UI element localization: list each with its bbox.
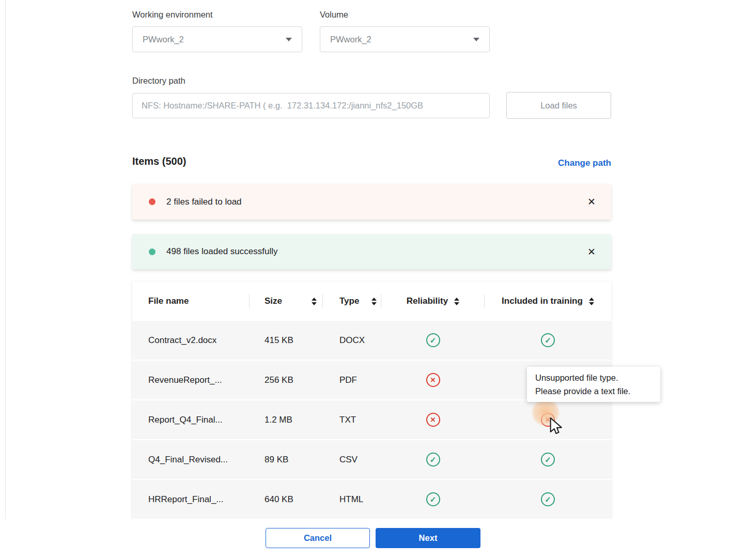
type-cell: PDF xyxy=(323,361,381,399)
working-environment-label: Working environment xyxy=(132,10,213,20)
tooltip-line: Unsupported file type. xyxy=(535,371,652,384)
type-cell: HTML xyxy=(323,480,381,519)
table-row: Q4_Final_Revised... 89 KB CSV xyxy=(132,440,611,479)
column-label: Reliability xyxy=(407,296,448,306)
file-loader-page: Working environment Volume PWwork_2 PWwo… xyxy=(0,0,730,560)
close-icon[interactable]: ✕ xyxy=(585,195,598,209)
volume-value: PWwork_2 xyxy=(330,35,371,44)
success-banner: 498 files loaded successfully ✕ xyxy=(132,234,611,269)
x-circle-icon xyxy=(426,373,440,387)
size-cell: 415 KB xyxy=(250,321,323,360)
next-button[interactable]: Next xyxy=(376,528,480,548)
reliability-cell xyxy=(381,400,485,439)
column-header-file-name: File name xyxy=(132,282,250,321)
column-label: File name xyxy=(148,296,189,306)
sort-icon[interactable] xyxy=(454,298,459,305)
file-name-cell: Contract_v2.docx xyxy=(132,321,250,360)
included-cell xyxy=(485,480,611,519)
cancel-button[interactable]: Cancel xyxy=(266,528,370,548)
directory-path-input[interactable] xyxy=(132,93,490,118)
close-icon[interactable]: ✕ xyxy=(585,245,598,259)
success-dot-icon xyxy=(149,248,156,255)
check-circle-icon xyxy=(426,453,440,466)
file-name-cell: Report_Q4_Final... xyxy=(132,400,250,439)
column-label: Size xyxy=(265,296,282,306)
sort-icon[interactable] xyxy=(589,298,594,305)
sort-icon[interactable] xyxy=(312,298,317,305)
included-cell xyxy=(485,400,611,439)
directory-path-label: Directory path xyxy=(132,76,185,86)
column-label: Type xyxy=(339,296,359,306)
column-header-size[interactable]: Size xyxy=(250,282,323,321)
check-circle-icon xyxy=(426,492,440,506)
error-banner: 2 files failed to load ✕ xyxy=(132,184,611,220)
reliability-cell xyxy=(381,321,485,360)
file-name-cell: HRReport_Final_... xyxy=(132,480,250,519)
included-cell xyxy=(485,440,611,479)
working-environment-select[interactable]: PWwork_2 xyxy=(132,26,302,52)
working-environment-value: PWwork_2 xyxy=(143,35,184,44)
column-header-included-in-training[interactable]: Included in training xyxy=(485,282,611,321)
error-banner-text: 2 files failed to load xyxy=(166,197,585,207)
reliability-cell xyxy=(381,440,485,479)
check-circle-icon[interactable] xyxy=(541,453,555,466)
tooltip: Unsupported file type. Please provide a … xyxy=(527,367,660,402)
chevron-down-icon xyxy=(473,38,479,41)
check-circle-icon xyxy=(426,333,440,347)
items-count-title: Items (500) xyxy=(132,155,187,167)
included-cell xyxy=(485,321,611,360)
volume-select[interactable]: PWwork_2 xyxy=(320,26,490,52)
change-path-link[interactable]: Change path xyxy=(558,158,611,168)
size-cell: 640 KB xyxy=(250,480,323,519)
type-cell: CSV xyxy=(323,440,381,479)
reliability-cell xyxy=(381,480,485,519)
error-dot-icon xyxy=(149,198,156,205)
column-label: Included in training xyxy=(502,296,583,306)
column-header-type[interactable]: Type xyxy=(323,282,381,321)
size-cell: 256 KB xyxy=(250,361,323,399)
sort-icon[interactable] xyxy=(371,298,377,305)
type-cell: DOCX xyxy=(323,321,381,360)
table-row: Contract_v2.docx 415 KB DOCX xyxy=(132,321,611,360)
reliability-cell xyxy=(381,361,485,399)
load-files-button[interactable]: Load files xyxy=(506,92,611,119)
file-name-cell: Q4_Final_Revised... xyxy=(132,440,250,479)
table-row: Report_Q4_Final... 1.2 MB TXT xyxy=(132,400,611,439)
check-circle-icon[interactable] xyxy=(541,333,555,347)
table-header: File name Size Type Reliability Included… xyxy=(132,282,611,321)
file-name-cell: RevenueReport_... xyxy=(132,361,250,399)
column-header-reliability[interactable]: Reliability xyxy=(381,282,485,321)
panel-left-border xyxy=(5,0,6,519)
table-row: HRReport_Final_... 640 KB HTML xyxy=(132,480,611,519)
tooltip-line: Please provide a text file. xyxy=(535,384,652,398)
x-circle-icon xyxy=(426,413,440,427)
size-cell: 1.2 MB xyxy=(250,400,323,439)
type-cell: TXT xyxy=(323,400,381,439)
footer-bar: Cancel Next xyxy=(0,519,730,560)
success-banner-text: 498 files loaded successfully xyxy=(166,246,585,257)
chevron-down-icon xyxy=(286,38,292,41)
check-circle-icon[interactable] xyxy=(541,492,555,506)
x-circle-icon[interactable] xyxy=(541,413,555,427)
volume-label: Volume xyxy=(320,10,348,20)
size-cell: 89 KB xyxy=(250,440,323,479)
